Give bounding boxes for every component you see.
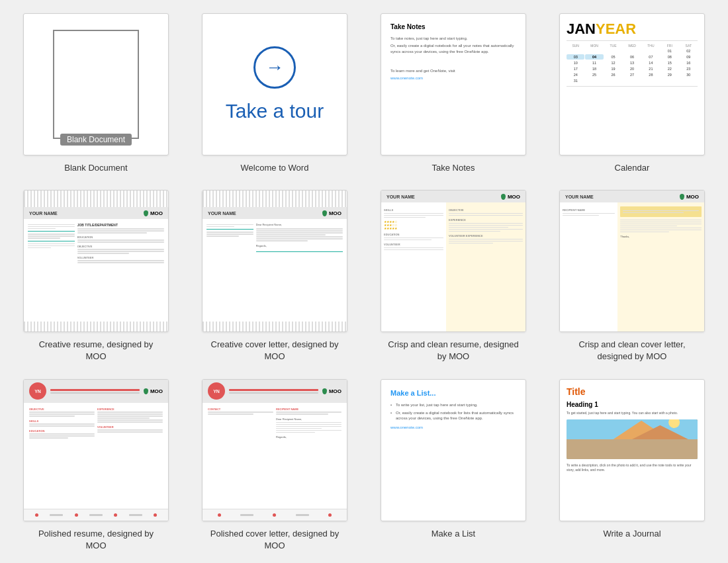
- notes-thumb[interactable]: Take Notes To take notes, just tap here …: [381, 13, 526, 155]
- tour-thumb[interactable]: → Take a tour: [202, 13, 347, 155]
- make-list-thumb[interactable]: Make a List... To write your list, just …: [381, 379, 526, 521]
- polished-resume-thumb[interactable]: YN MOO OBJECTIVE SKILLS: [23, 379, 169, 521]
- polished-cover-content: YN MOO CONTACT RE: [203, 380, 347, 521]
- journal-thumb[interactable]: Title Heading 1 To get started, just tap…: [559, 379, 705, 521]
- cr-header: YOUR NAME MOO: [24, 207, 168, 219]
- template-crisp-resume[interactable]: YOUR NAME MOO SKILLS ★★★★☆ ★★★☆☆ ★★★★★: [371, 190, 536, 363]
- pol-cover-body: CONTACT RECIPIENT NAME Dear Recipient Na…: [203, 403, 347, 509]
- calendar-grid: SUN MON TUE WED THU FRI SAT 01 02: [567, 44, 698, 83]
- creative-resume-label: Creative resume, designed by MOO: [30, 339, 162, 363]
- template-crisp-cover[interactable]: YOUR NAME MOO RECIPIENT NAME: [549, 190, 715, 363]
- calendar-year: YEAR: [596, 21, 636, 38]
- crisp-cover-header: YOUR NAME MOO: [560, 191, 704, 202]
- calendar-label: Calendar: [615, 162, 650, 174]
- template-notes[interactable]: Take Notes To take notes, just tap here …: [371, 13, 536, 174]
- creative-resume-thumb[interactable]: YOUR NAME MOO: [23, 190, 169, 332]
- pol-cover-footer: [203, 509, 347, 521]
- crisp-cover-content: YOUR NAME MOO RECIPIENT NAME: [560, 191, 704, 331]
- svg-rect-1: [567, 439, 698, 459]
- polished-cover-thumb[interactable]: YN MOO CONTACT RE: [202, 379, 347, 521]
- template-creative-cover[interactable]: YOUR NAME MOO Dear Recipi: [192, 190, 357, 363]
- tour-label: Welcome to Word: [241, 162, 309, 174]
- blank-document-preview: [53, 30, 139, 139]
- pol-resume-body: OBJECTIVE SKILLS EDUCATION EXPERIENCE: [24, 403, 168, 509]
- journal-heading: Heading 1: [567, 401, 698, 408]
- crisp-cover-label: Crisp and clean cover letter, designed b…: [566, 339, 698, 363]
- cc-bottom-pattern: [203, 322, 347, 331]
- cr-bottom-pattern: [24, 322, 168, 331]
- template-make-list[interactable]: Make a List... To write your list, just …: [371, 379, 536, 552]
- polished-resume-label: Polished resume, designed by MOO: [30, 528, 162, 552]
- blank-thumb[interactable]: Blank Document: [23, 13, 169, 155]
- crisp-resume-thumb[interactable]: YOUR NAME MOO SKILLS ★★★★☆ ★★★☆☆ ★★★★★: [381, 190, 526, 332]
- template-calendar[interactable]: JAN YEAR SUN MON TUE WED THU FRI SAT: [549, 13, 715, 174]
- blank-badge: Blank Document: [60, 134, 132, 146]
- polished-cover-label: Polished cover letter, designed by MOO: [208, 528, 341, 552]
- creative-cover-content: YOUR NAME MOO Dear Recipi: [203, 191, 347, 331]
- crisp-header: YOUR NAME MOO: [381, 191, 525, 202]
- creative-resume-content: YOUR NAME MOO: [24, 191, 168, 331]
- template-polished-resume[interactable]: YN MOO OBJECTIVE SKILLS: [13, 379, 179, 552]
- creative-cover-label: Creative cover letter, designed by MOO: [208, 339, 341, 363]
- list-title: Make a List...: [390, 389, 516, 397]
- journal-content: Title Heading 1 To get started, just tap…: [560, 380, 704, 521]
- crisp-resume-label: Crisp and clean resume, designed by MOO: [387, 339, 520, 363]
- make-list-label: Make a List: [432, 528, 475, 540]
- cc-header: YOUR NAME MOO: [203, 207, 347, 219]
- pol-cover-header: YN MOO: [203, 380, 347, 403]
- creative-cover-thumb[interactable]: YOUR NAME MOO Dear Recipi: [202, 190, 347, 332]
- template-creative-resume[interactable]: YOUR NAME MOO: [13, 190, 179, 363]
- template-grid: Blank Document Blank Document → Take a t…: [13, 13, 715, 552]
- calendar-content: JAN YEAR SUN MON TUE WED THU FRI SAT: [560, 14, 704, 155]
- tour-arrow-icon: →: [253, 46, 296, 89]
- pol-resume-footer: [24, 509, 168, 521]
- notes-title: Take Notes: [390, 23, 516, 30]
- template-blank[interactable]: Blank Document Blank Document: [13, 13, 179, 174]
- template-polished-cover[interactable]: YN MOO CONTACT RE: [192, 379, 357, 552]
- polished-resume-content: YN MOO OBJECTIVE SKILLS: [24, 380, 168, 521]
- template-tour[interactable]: → Take a tour Welcome to Word: [192, 13, 357, 174]
- journal-title: Title: [567, 386, 698, 397]
- template-journal[interactable]: Title Heading 1 To get started, just tap…: [549, 379, 715, 552]
- tour-content: → Take a tour: [203, 14, 347, 155]
- tour-text: Take a tour: [226, 99, 324, 123]
- calendar-thumb[interactable]: JAN YEAR SUN MON TUE WED THU FRI SAT: [559, 13, 705, 155]
- blank-label: Blank Document: [64, 162, 127, 174]
- journal-image: [567, 419, 698, 459]
- crisp-resume-content: YOUR NAME MOO SKILLS ★★★★☆ ★★★☆☆ ★★★★★: [381, 191, 525, 331]
- notes-content: Take Notes To take notes, just tap here …: [381, 14, 525, 155]
- cc-top-pattern: [203, 191, 347, 207]
- pol-resume-header: YN MOO: [24, 380, 168, 403]
- crisp-cover-thumb[interactable]: YOUR NAME MOO RECIPIENT NAME: [559, 190, 705, 332]
- cr-top-pattern: [24, 191, 168, 207]
- calendar-header: JAN YEAR: [567, 21, 698, 38]
- journal-label: Write a Journal: [603, 528, 660, 540]
- calendar-month: JAN: [567, 21, 596, 38]
- notes-label: Take Notes: [432, 162, 475, 174]
- make-list-content: Make a List... To write your list, just …: [381, 380, 525, 521]
